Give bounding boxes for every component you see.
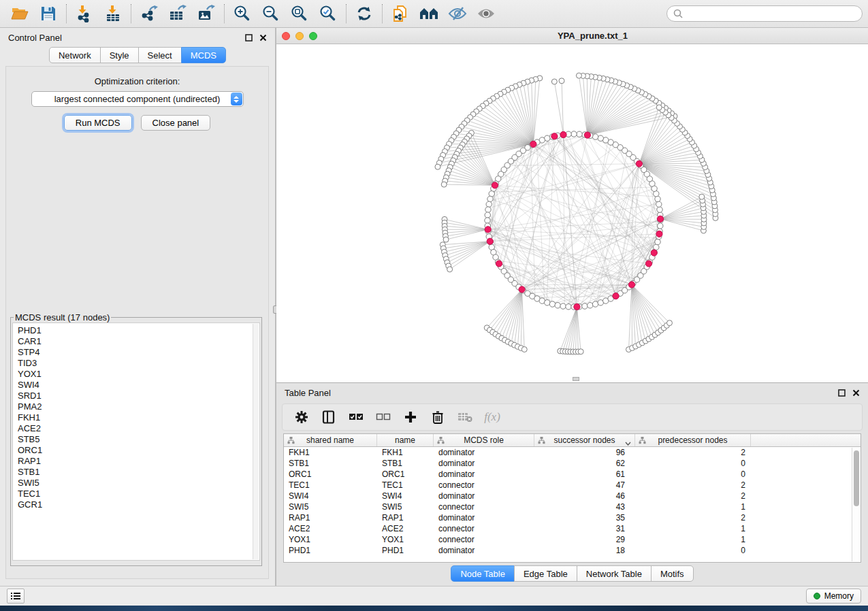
graph-node[interactable]: [654, 244, 659, 250]
table-row[interactable]: SWI5SWI5connector431: [284, 501, 861, 512]
table-row[interactable]: FKH1FKH1dominator962: [284, 447, 861, 458]
graph-node[interactable]: [571, 131, 577, 137]
import-network-button[interactable]: [70, 2, 99, 25]
mcds-result-item[interactable]: PMA2: [18, 401, 251, 412]
mcds-result-item[interactable]: FKH1: [18, 412, 251, 423]
network-splitter-grip[interactable]: [573, 377, 579, 381]
table-row[interactable]: TEC1TEC1connector472: [284, 480, 861, 491]
tab-network-table[interactable]: Network Table: [577, 565, 652, 582]
mcds-node[interactable]: [487, 238, 493, 244]
mcds-node[interactable]: [551, 133, 558, 139]
graph-node[interactable]: [545, 300, 550, 306]
mcds-result-item[interactable]: SWI5: [18, 478, 251, 489]
open-file-button[interactable]: [5, 2, 34, 25]
tab-mcds[interactable]: MCDS: [181, 47, 226, 63]
mcds-node[interactable]: [530, 141, 536, 147]
mcds-node[interactable]: [584, 132, 590, 138]
mcds-node[interactable]: [636, 161, 642, 167]
float-panel-button[interactable]: [245, 34, 253, 42]
graph-node[interactable]: [658, 223, 663, 229]
mcds-result-item[interactable]: SRD1: [18, 391, 251, 401]
mcds-node[interactable]: [485, 227, 491, 233]
show-column-button[interactable]: [319, 408, 338, 427]
graph-node[interactable]: [588, 303, 593, 308]
float-table-panel-button[interactable]: [838, 389, 846, 397]
tab-select[interactable]: Select: [138, 47, 182, 63]
tab-node-table[interactable]: Node Table: [451, 565, 515, 582]
zoom-fit-button[interactable]: [285, 2, 314, 25]
mcds-node[interactable]: [519, 286, 525, 293]
graph-leaf-node[interactable]: [559, 78, 564, 84]
import-table-button[interactable]: [99, 2, 127, 25]
mcds-node[interactable]: [628, 282, 634, 288]
graph-leaf-node[interactable]: [443, 237, 449, 242]
maximize-traffic-light[interactable]: [309, 32, 317, 40]
graph-leaf-node[interactable]: [441, 182, 447, 187]
mcds-result-item[interactable]: YOX1: [18, 369, 251, 380]
tab-motifs[interactable]: Motifs: [651, 565, 694, 582]
graph-leaf-node[interactable]: [521, 347, 527, 352]
zoom-out-button[interactable]: [257, 2, 285, 25]
mcds-result-item[interactable]: SWI4: [18, 380, 251, 391]
mcds-result-item[interactable]: STB5: [18, 434, 251, 445]
mcds-result-item[interactable]: ACE2: [18, 423, 251, 434]
deselect-all-rows-button[interactable]: [374, 408, 393, 427]
graph-node[interactable]: [657, 207, 662, 212]
function-builder-button[interactable]: f(x): [483, 408, 502, 427]
zoom-in-button[interactable]: [228, 2, 257, 25]
mcds-result-item[interactable]: RAP1: [18, 456, 251, 467]
graph-node[interactable]: [592, 301, 598, 307]
graph-node[interactable]: [549, 301, 555, 307]
table-row[interactable]: YOX1YOX1connector291: [284, 534, 861, 545]
close-panel-x-button[interactable]: [259, 34, 267, 42]
graph-node[interactable]: [560, 303, 566, 309]
add-row-button[interactable]: [401, 408, 420, 427]
result-list-scrollbar[interactable]: [253, 324, 259, 559]
mcds-node[interactable]: [574, 303, 580, 310]
mcds-result-item[interactable]: TEC1: [18, 489, 251, 499]
refresh-view-button[interactable]: [350, 2, 379, 25]
close-panel-button[interactable]: Close panel: [141, 115, 211, 131]
hide-selected-button[interactable]: [443, 2, 472, 25]
column-header-name[interactable]: name: [377, 434, 434, 446]
mcds-node[interactable]: [496, 261, 502, 267]
tab-style[interactable]: Style: [100, 47, 139, 63]
graph-node[interactable]: [598, 135, 603, 141]
graph-node[interactable]: [577, 131, 582, 137]
mcds-result-item[interactable]: PHD1: [18, 325, 251, 336]
memory-button[interactable]: Memory: [806, 589, 861, 604]
graph-leaf-node[interactable]: [447, 267, 453, 272]
graph-leaf-node[interactable]: [656, 105, 662, 110]
graph-node[interactable]: [655, 239, 660, 244]
search-input[interactable]: [687, 9, 856, 19]
save-session-button[interactable]: [34, 2, 63, 25]
graph-node[interactable]: [582, 303, 588, 309]
mcds-node[interactable]: [560, 131, 566, 137]
select-all-rows-button[interactable]: [347, 408, 366, 427]
run-mcds-button[interactable]: Run MCDS: [64, 115, 132, 131]
graph-leaf-node[interactable]: [699, 194, 705, 199]
mcds-result-item[interactable]: CAR1: [18, 336, 251, 347]
column-header-shared[interactable]: shared name: [284, 434, 377, 446]
mcds-node[interactable]: [656, 231, 662, 237]
table-row[interactable]: ORC1ORC1dominator610: [284, 469, 861, 480]
tab-network[interactable]: Network: [49, 47, 101, 63]
graph-node[interactable]: [487, 196, 493, 201]
graph-leaf-node[interactable]: [551, 79, 557, 84]
column-header-role[interactable]: MCDS role: [434, 434, 534, 446]
mcds-result-item[interactable]: TID3: [18, 358, 251, 369]
table-row[interactable]: PHD1PHD1dominator180: [284, 545, 861, 556]
graph-node[interactable]: [656, 201, 662, 207]
graph-node[interactable]: [486, 201, 492, 207]
table-row[interactable]: SWI4SWI4dominator462: [284, 491, 861, 501]
close-table-panel-button[interactable]: [852, 389, 860, 397]
mcds-node[interactable]: [613, 293, 619, 299]
delete-table-button[interactable]: [455, 408, 475, 427]
table-row[interactable]: RAP1RAP1dominator352: [284, 512, 861, 523]
graph-node[interactable]: [655, 196, 660, 201]
search-box[interactable]: [666, 5, 863, 22]
tab-edge-table[interactable]: Edge Table: [514, 565, 577, 582]
column-header-succ[interactable]: successor nodes: [534, 434, 635, 446]
export-image-button[interactable]: [192, 2, 221, 25]
table-row[interactable]: STB1STB1dominator620: [284, 458, 861, 469]
